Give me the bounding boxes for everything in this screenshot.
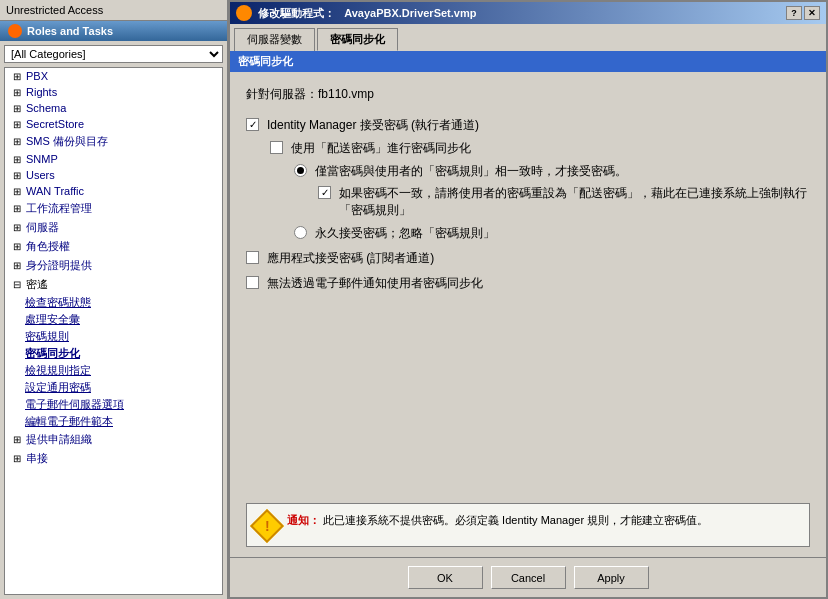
tab-sync-secret[interactable]: 密碼同步化 [317,28,398,51]
checkbox-use-distribution[interactable] [270,141,283,154]
nav-item-connect[interactable]: ⊞ 串接 [5,449,222,468]
option-only-when-match: 僅當密碼與使用者的「密碼規則」相一致時，才接受密碼。 [246,163,810,180]
nav-sub-check-rules[interactable]: 檢視規則指定 [5,362,222,379]
dialog-title-text: 修改驅動程式： AvayaPBX.DriverSet.vmp [258,6,476,21]
nav-item-server[interactable]: ⊞ 伺服器 [5,218,222,237]
nav-item-sms[interactable]: ⊞ SMS 備份與目存 [5,132,222,151]
nav-item-workflow[interactable]: ⊞ 工作流程管理 [5,199,222,218]
label-only-when-match: 僅當密碼與使用者的「密碼規則」相一致時，才接受密碼。 [315,163,810,180]
nav-item-idprovider[interactable]: ⊞ 身分證明提供 [5,256,222,275]
checkbox-no-email[interactable] [246,276,259,289]
nav-item-snmp[interactable]: ⊞ SNMP [5,151,222,167]
expand-icon-snmp: ⊞ [13,154,23,165]
nav-item-pbx[interactable]: ⊞ PBX [5,68,222,84]
driver-icon [236,5,252,21]
nav-sub-sync-secret[interactable]: 密碼同步化 [5,345,222,362]
cancel-button[interactable]: Cancel [491,566,566,589]
label-always-accept: 永久接受密碼；忽略「密碼規則」 [315,225,810,242]
label-no-email: 無法透過電子郵件通知使用者密碼同步化 [267,275,810,292]
nav-item-secret[interactable]: ⊟ 密遙 [5,275,222,294]
expand-icon-pbx: ⊞ [13,71,23,82]
server-info: 針對伺服器：fb110.vmp [230,80,826,109]
radio-only-when-match[interactable] [294,164,307,177]
collapse-icon-secret: ⊟ [13,279,23,290]
expand-icon-connect: ⊞ [13,453,23,464]
option-app-accept: 應用程式接受密碼 (訂閱者通道) [246,250,810,267]
dialog-tabs: 伺服器變數 密碼同步化 [230,24,826,51]
option-identity-manager: Identity Manager 接受密碼 (執行者通道) [246,117,810,134]
label-identity-manager: Identity Manager 接受密碼 (執行者通道) [267,117,810,134]
tab-server-vars[interactable]: 伺服器變數 [234,28,315,51]
help-button[interactable]: ? [786,6,802,20]
nav-item-schema[interactable]: ⊞ Schema [5,100,222,116]
option-reset-mismatch: 如果密碼不一致，請將使用者的密碼重設為「配送密碼」，藉此在已連接系統上強制執行「… [246,185,810,219]
dialog-window: 修改驅動程式： AvayaPBX.DriverSet.vmp ? ✕ 伺服器變數… [228,0,828,599]
expand-icon-secretstore: ⊞ [13,119,23,130]
content-area: Identity Manager 接受密碼 (執行者通道) 使用「配送密碼」進行… [230,117,826,493]
close-button[interactable]: ✕ [804,6,820,20]
expand-icon-idprovider: ⊞ [13,260,23,271]
nav-sub-edit-email[interactable]: 編輯電子郵件範本 [5,413,222,430]
checkbox-reset-mismatch[interactable] [318,186,331,199]
dialog-titlebar: 修改驅動程式： AvayaPBX.DriverSet.vmp ? ✕ [230,2,826,24]
dialog-title-buttons: ? ✕ [786,6,820,20]
notice-warning-icon: ! [250,509,284,543]
nav-item-roleauth[interactable]: ⊞ 角色授權 [5,237,222,256]
dialog-title-left: 修改驅動程式： AvayaPBX.DriverSet.vmp [236,5,476,21]
expand-icon-workflow: ⊞ [13,203,23,214]
right-panel: 修改驅動程式： AvayaPBX.DriverSet.vmp ? ✕ 伺服器變數… [228,0,828,599]
section-header: 密碼同步化 [230,51,826,72]
category-select[interactable]: [All Categories] [4,45,223,63]
expand-icon-schema: ⊞ [13,103,23,114]
dialog-footer: OK Cancel Apply [230,557,826,597]
nav-tree: ⊞ PBX ⊞ Rights ⊞ Schema ⊞ SecretStore ⊞ … [4,67,223,595]
apply-button[interactable]: Apply [574,566,649,589]
checkbox-identity-manager[interactable] [246,118,259,131]
label-reset-mismatch: 如果密碼不一致，請將使用者的密碼重設為「配送密碼」，藉此在已連接系統上強制執行「… [339,185,810,219]
nav-item-users[interactable]: ⊞ Users [5,167,222,183]
nav-item-provide-org[interactable]: ⊞ 提供申請組織 [5,430,222,449]
nav-sub-email-server[interactable]: 電子郵件伺服器選項 [5,396,222,413]
roles-tasks-label: Roles and Tasks [27,25,113,37]
expand-icon-provide-org: ⊞ [13,434,23,445]
label-use-distribution: 使用「配送密碼」進行密碼同步化 [291,140,810,157]
dialog-content: 密碼同步化 針對伺服器：fb110.vmp Identity Manager 接… [230,51,826,557]
expand-icon-sms: ⊞ [13,136,23,147]
expand-icon-rights: ⊞ [13,87,23,98]
checkbox-app-accept[interactable] [246,251,259,264]
expand-icon-roleauth: ⊞ [13,241,23,252]
nav-item-wan[interactable]: ⊞ WAN Traffic [5,183,222,199]
label-app-accept: 應用程式接受密碼 (訂閱者通道) [267,250,810,267]
nav-item-secretstore[interactable]: ⊞ SecretStore [5,116,222,132]
notice-bold: 通知： [287,514,320,526]
option-always-accept: 永久接受密碼；忽略「密碼規則」 [246,225,810,242]
option-no-email: 無法透過電子郵件通知使用者密碼同步化 [246,275,810,292]
left-panel: Unrestricted Access Roles and Tasks [All… [0,0,228,599]
nav-sub-handle-security[interactable]: 處理安全彙 [5,311,222,328]
notice-box: ! 通知： 此已連接系統不提供密碼。必須定義 Identity Manager … [246,503,810,547]
notice-message: 此已連接系統不提供密碼。必須定義 Identity Manager 規則，才能建… [323,514,708,526]
nav-item-rights[interactable]: ⊞ Rights [5,84,222,100]
ok-button[interactable]: OK [408,566,483,589]
radio-always-accept[interactable] [294,226,307,239]
nav-sub-set-general[interactable]: 設定通用密碼 [5,379,222,396]
app-header: Unrestricted Access [0,0,227,21]
roles-tasks-header: Roles and Tasks [0,21,227,41]
expand-icon-wan: ⊞ [13,186,23,197]
roles-icon [8,24,22,38]
expand-icon-users: ⊞ [13,170,23,181]
nav-sub-secret-rules[interactable]: 密碼規則 [5,328,222,345]
nav-sub-check-secret[interactable]: 檢查密碼狀態 [5,294,222,311]
expand-icon-server: ⊞ [13,222,23,233]
notice-text: 通知： 此已連接系統不提供密碼。必須定義 Identity Manager 規則… [287,512,708,529]
option-use-distribution: 使用「配送密碼」進行密碼同步化 [246,140,810,157]
